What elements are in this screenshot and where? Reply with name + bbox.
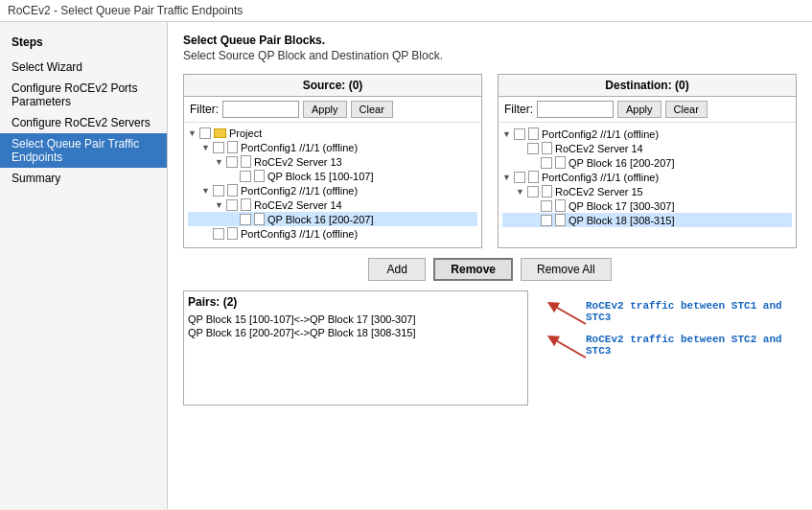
pair-item[interactable]: QP Block 15 [100-107]<->QP Block 17 [300… [188, 313, 523, 326]
page-subtitle: Select Source QP Block and Destination Q… [183, 49, 797, 62]
source-filter-row: Filter: Apply Clear [184, 97, 481, 123]
remove-all-button[interactable]: Remove All [521, 258, 612, 281]
tree-node-label: RoCEv2 Server 14 [555, 143, 643, 154]
document-icon [528, 171, 539, 183]
document-icon [555, 199, 566, 212]
tree-expander[interactable]: ▼ [201, 186, 213, 196]
pairs-list: QP Block 15 [100-107]<->QP Block 17 [300… [188, 313, 523, 339]
tree-node-label: PortConfig1 //1/1 (offline) [241, 142, 358, 153]
pairs-title: Pairs: (2) [188, 295, 523, 309]
tree-checkbox[interactable] [527, 186, 539, 197]
remove-button[interactable]: Remove [433, 258, 513, 281]
action-buttons-row: Add Remove Remove All [183, 258, 797, 281]
tree-expander[interactable]: ▼ [215, 200, 226, 210]
document-icon [227, 184, 238, 197]
tree-checkbox[interactable] [226, 199, 238, 211]
sidebar-nav: Select WizardConfigure RoCEv2 Ports Para… [0, 57, 167, 189]
destination-filter-input[interactable] [537, 101, 614, 118]
title-text: RoCEv2 - Select Queue Pair Traffic Endpo… [8, 4, 243, 17]
folder-icon [214, 128, 226, 138]
tree-expander[interactable]: ▼ [516, 187, 527, 197]
title-bar: RoCEv2 - Select Queue Pair Traffic Endpo… [0, 0, 812, 22]
tree-node[interactable]: ▼RoCEv2 Server 14 [188, 197, 477, 212]
tree-node[interactable]: ▼PortConfig2 //1/1 (offline) [502, 127, 792, 141]
tree-node[interactable]: RoCEv2 Server 14 [502, 141, 792, 155]
source-clear-button[interactable]: Clear [351, 101, 393, 118]
tree-checkbox[interactable] [213, 228, 224, 240]
destination-tree: ▼PortConfig2 //1/1 (offline) RoCEv2 Serv… [499, 123, 796, 247]
tree-node-label: PortConfig3 //1/1 (offline) [542, 172, 659, 183]
tree-node[interactable]: QP Block 16 [200-207] [502, 155, 792, 170]
tree-node-label: PortConfig2 //1/1 (offline) [241, 185, 358, 197]
pair-item[interactable]: QP Block 16 [200-207]<->QP Block 18 [308… [188, 326, 523, 339]
document-icon [254, 213, 265, 225]
tree-checkbox[interactable] [213, 142, 224, 153]
tree-checkbox[interactable] [226, 156, 238, 168]
destination-panel-header: Destination: (0) [499, 75, 796, 97]
source-panel: Source: (0) Filter: Apply Clear ▼Project… [183, 74, 482, 248]
tree-checkbox[interactable] [240, 171, 251, 182]
tree-expander[interactable]: ▼ [215, 157, 226, 167]
tree-expander[interactable]: ▼ [502, 129, 514, 139]
page-title: Select Queue Pair Blocks. [183, 34, 797, 47]
tree-checkbox[interactable] [541, 215, 552, 226]
tree-node-label: QP Block 18 [308-315] [568, 215, 674, 226]
tree-node[interactable]: ▼PortConfig3 //1/1 (offline) [502, 170, 792, 184]
tree-checkbox[interactable] [514, 172, 525, 183]
sidebar-item-select-queue-pair-traffic-endpoints[interactable]: Select Queue Pair Traffic Endpoints [0, 133, 167, 168]
document-icon [542, 185, 552, 197]
tree-checkbox[interactable] [527, 143, 539, 154]
tree-node[interactable]: ▼PortConfig1 //1/1 (offline) [188, 140, 477, 154]
destination-filter-label: Filter: [504, 103, 533, 116]
document-icon [241, 155, 251, 168]
add-button[interactable]: Add [368, 258, 426, 281]
document-icon [241, 198, 251, 211]
tree-node[interactable]: QP Block 18 [308-315] [502, 213, 792, 227]
destination-apply-button[interactable]: Apply [617, 101, 661, 118]
svg-line-0 [552, 305, 586, 324]
sidebar-item-select-wizard[interactable]: Select Wizard [0, 57, 167, 78]
tree-checkbox[interactable] [199, 128, 211, 139]
source-filter-input[interactable] [222, 101, 299, 118]
document-icon [528, 128, 539, 140]
sidebar-item-configure-rocev2-ports-parameters[interactable]: Configure RoCEv2 Ports Parameters [0, 78, 167, 112]
sidebar-title: Steps [0, 32, 167, 57]
tree-node[interactable]: PortConfig3 //1/1 (offline) [188, 226, 477, 241]
tree-node[interactable]: QP Block 16 [200-207] [188, 212, 477, 226]
document-icon [227, 141, 238, 153]
tree-checkbox[interactable] [240, 214, 251, 225]
tree-node[interactable]: QP Block 15 [100-107] [188, 169, 477, 183]
sidebar: Steps Select WizardConfigure RoCEv2 Port… [0, 22, 168, 509]
tree-checkbox[interactable] [213, 185, 224, 197]
tree-node-label: PortConfig3 //1/1 (offline) [241, 228, 358, 240]
sidebar-item-configure-rocev2-servers[interactable]: Configure RoCEv2 Servers [0, 112, 167, 133]
tree-node[interactable]: ▼RoCEv2 Server 13 [188, 154, 477, 169]
tree-checkbox[interactable] [541, 157, 552, 169]
source-panel-header: Source: (0) [184, 75, 481, 97]
tree-node-label: QP Block 16 [200-207] [568, 157, 674, 169]
destination-panel: Destination: (0) Filter: Apply Clear ▼Po… [498, 74, 797, 248]
document-icon [254, 170, 265, 182]
tree-checkbox[interactable] [541, 200, 552, 212]
destination-clear-button[interactable]: Clear [665, 101, 708, 118]
tree-expander[interactable]: ▼ [188, 128, 199, 138]
document-icon [555, 156, 566, 169]
pairs-section: Pairs: (2) QP Block 15 [100-107]<->QP Bl… [183, 290, 528, 406]
tree-node-label: QP Block 17 [300-307] [568, 200, 674, 212]
tree-node[interactable]: ▼RoCEv2 Server 15 [502, 184, 792, 198]
svg-line-1 [552, 338, 586, 358]
tree-checkbox[interactable] [514, 128, 525, 140]
tree-expander[interactable]: ▼ [502, 173, 514, 182]
tree-node-label: PortConfig2 //1/1 (offline) [542, 128, 659, 140]
tree-node[interactable]: ▼PortConfig2 //1/1 (offline) [188, 183, 477, 197]
tree-node[interactable]: QP Block 17 [300-307] [502, 198, 792, 213]
destination-filter-row: Filter: Apply Clear [499, 97, 796, 123]
sidebar-item-summary[interactable]: Summary [0, 168, 167, 189]
source-apply-button[interactable]: Apply [303, 101, 347, 118]
source-tree: ▼Project▼PortConfig1 //1/1 (offline)▼RoC… [184, 123, 481, 247]
tree-expander[interactable]: ▼ [201, 143, 213, 152]
tree-node[interactable]: ▼Project [188, 127, 477, 140]
tree-node-label: QP Block 15 [100-107] [267, 171, 373, 182]
tree-node-label: RoCEv2 Server 15 [555, 186, 643, 197]
tree-node-label: RoCEv2 Server 13 [254, 156, 342, 168]
